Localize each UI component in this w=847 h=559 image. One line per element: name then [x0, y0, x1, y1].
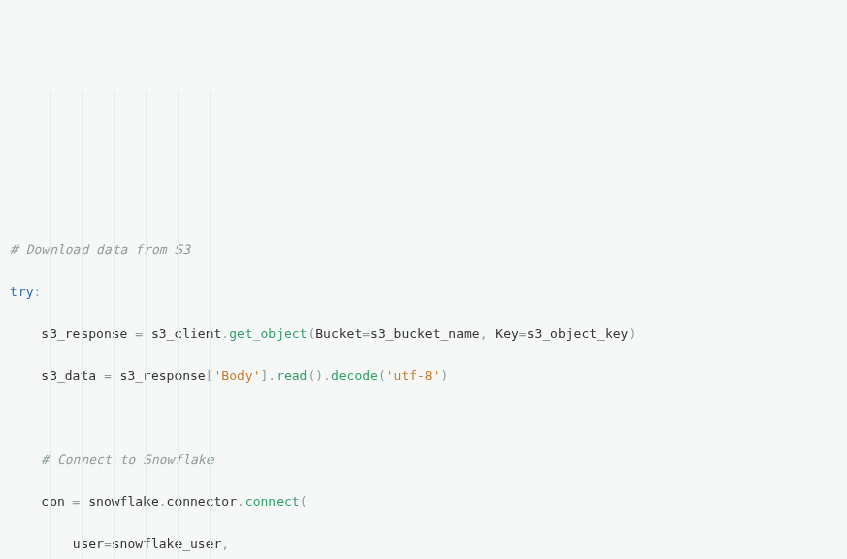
comment: # Connect to Snowflake	[41, 452, 213, 467]
code-line: try:	[10, 281, 837, 302]
code-line: # Connect to Snowflake	[10, 449, 837, 470]
code-line: s3_data = s3_response['Body'].read().dec…	[10, 365, 837, 386]
blank-line	[10, 407, 837, 428]
code-line: # Download data from S3	[10, 239, 837, 260]
code-line: user=snowflake_user,	[10, 533, 837, 554]
code-line: con = snowflake.connector.connect(	[10, 491, 837, 512]
code-block: # Download data from S3 try: s3_response…	[10, 92, 837, 559]
code-line: s3_response = s3_client.get_object(Bucke…	[10, 323, 837, 344]
keyword-try: try	[10, 284, 33, 299]
comment: # Download data from S3	[10, 242, 190, 257]
